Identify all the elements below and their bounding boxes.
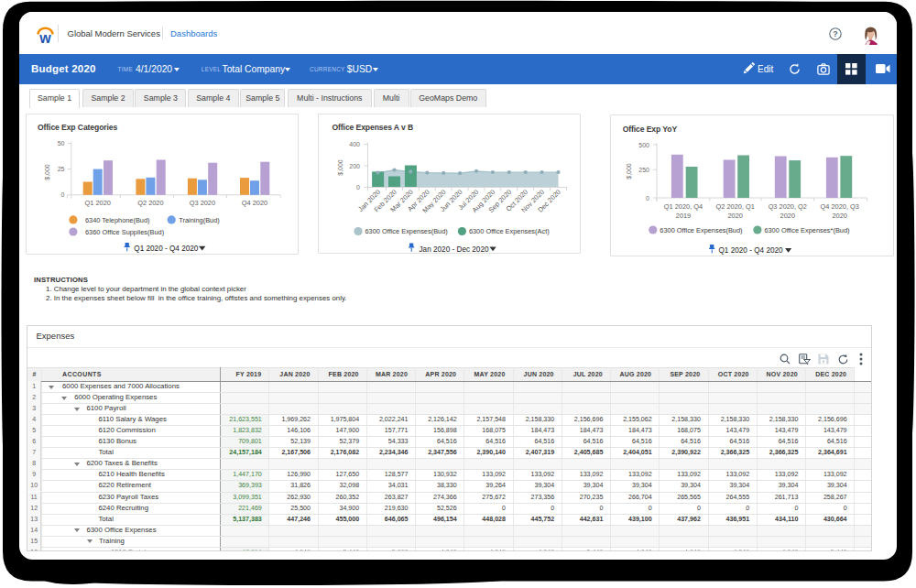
svg-text:Jan 2020 - Dec 2020: Jan 2020 - Dec 2020 [420, 245, 489, 254]
svg-text:$,000: $,000 [337, 159, 344, 176]
svg-text:2020: 2020 [727, 212, 742, 220]
svg-text:6300 Office Expenses(Bud): 6300 Office Expenses(Bud) [365, 227, 448, 235]
svg-text:6360 Office Supplies(Bud): 6360 Office Supplies(Bud) [85, 228, 164, 236]
svg-text:2020: 2020 [832, 212, 846, 220]
svg-text:0: 0 [356, 184, 360, 191]
svg-text:6300 Office Expenses(Act): 6300 Office Expenses(Act) [469, 227, 550, 235]
svg-text:50: 50 [58, 140, 65, 147]
svg-text:6300 Office Expenses(Bud): 6300 Office Expenses(Bud) [660, 226, 742, 234]
svg-text:Office Expenses A v B: Office Expenses A v B [333, 123, 414, 132]
svg-text:400: 400 [349, 141, 360, 147]
svg-text:Q1 2020 - Q4 2020: Q1 2020 - Q4 2020 [719, 246, 784, 255]
svg-text:Office Exp Categories: Office Exp Categories [38, 123, 118, 132]
svg-text:2020: 2020 [780, 212, 795, 220]
svg-text:6300 Office Expenses*(Bud): 6300 Office Expenses*(Bud) [764, 226, 849, 234]
svg-text:Q1 2020 - Q4 2020: Q1 2020 - Q4 2020 [134, 245, 199, 253]
svg-text:500: 500 [638, 142, 649, 148]
svg-text:200: 200 [349, 163, 360, 169]
svg-text:$,000: $,000 [44, 164, 50, 180]
svg-text:Q3 2020, Q2: Q3 2020, Q2 [769, 202, 807, 211]
svg-text:Q1 2020: Q1 2020 [85, 199, 111, 207]
svg-text:Training(Bud): Training(Bud) [179, 216, 220, 224]
svg-text:6340 Telephone(Bud): 6340 Telephone(Bud) [85, 216, 150, 224]
svg-text:Q2 2020: Q2 2020 [137, 199, 163, 207]
svg-text:0: 0 [61, 191, 65, 198]
svg-text:250: 250 [638, 167, 649, 173]
svg-text:$,000: $,000 [626, 163, 632, 180]
svg-text:Office Exp YoY: Office Exp YoY [623, 125, 678, 134]
svg-text:Q4 2020, Q3: Q4 2020, Q3 [821, 202, 859, 211]
svg-text:Q1 2020, Q4: Q1 2020, Q4 [664, 202, 703, 211]
svg-text:Q2 2020, Q1: Q2 2020, Q1 [716, 202, 755, 211]
svg-text:0: 0 [646, 195, 649, 201]
svg-text:Q3 2020: Q3 2020 [190, 199, 215, 207]
svg-text:25: 25 [58, 166, 65, 172]
svg-text:?: ? [833, 29, 837, 38]
svg-text:Q4 2020: Q4 2020 [242, 199, 267, 207]
svg-text:2019: 2019 [676, 212, 691, 220]
svg-text:w: w [38, 30, 51, 46]
